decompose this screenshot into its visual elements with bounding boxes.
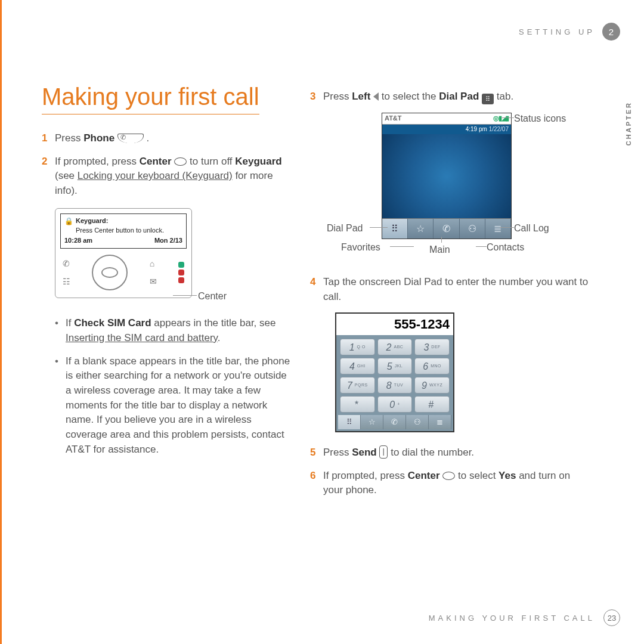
dialpad-icon: ⠿ (482, 94, 494, 104)
step-5: 5 Press Send to dial the number. (310, 445, 590, 460)
dial-key: 3DEF (414, 339, 450, 355)
red-button-icon (178, 277, 184, 283)
tab-main: ✆ (383, 415, 406, 429)
wallpaper (382, 134, 511, 218)
header-section-label: SETTING UP (519, 27, 595, 36)
bullet-item: • If Check SIM Card appears in the title… (55, 316, 292, 345)
callout-contacts: Contacts (487, 240, 524, 254)
step-number: 3 (310, 89, 323, 104)
tab-favorites: ☆ (408, 219, 434, 239)
dial-key: 1Q O (340, 339, 375, 355)
step-number: 4 (310, 275, 323, 304)
step-number: 2 (42, 154, 55, 199)
step-text: If prompted, press Center to turn off Ke… (55, 154, 292, 199)
grid-icon: ☷ (63, 275, 70, 287)
chapter-number-badge: 2 (602, 23, 620, 41)
status-bar: AT&T ◎▮◢▮ (382, 113, 511, 125)
callout-calllog: Call Log (514, 221, 549, 235)
left-arrow-icon (373, 92, 379, 101)
lock-icon: 🔒 (64, 216, 73, 227)
phone-screen: AT&T ◎▮◢▮ 4:19 pm 1/22/07 ⠿ ☆ ✆ ⚇ ≣ (382, 113, 512, 239)
dial-key: 8TUV (377, 377, 413, 394)
tab-main: ✆ (434, 219, 459, 239)
notes-list: • If Check SIM Card appears in the title… (55, 316, 292, 457)
step-text: If prompted, press Center to select Yes … (323, 469, 590, 498)
step-3: 3 Press Left to select the Dial Pad ⠿ ta… (310, 89, 590, 104)
red-button-icon (178, 270, 184, 275)
tab-contacts: ⚇ (460, 219, 485, 239)
chapter-word-vertical: CHAPTER (625, 101, 632, 145)
step-text: Press Phone . (55, 131, 292, 146)
five-way-nav: ✆☷ ⌂✉ (60, 255, 187, 293)
callout-main: Main (429, 243, 450, 256)
link-keyguard: Locking your keyboard (Keyguard) (78, 170, 233, 181)
dial-key: * (340, 396, 375, 413)
tab-dialpad: ⠿ (338, 415, 361, 429)
tab-favorites: ☆ (361, 415, 383, 429)
dial-keys: 1Q O2ABC3DEF4GHI5JKL6MNO7PQRS8TUV9WXYZ*0… (336, 335, 453, 415)
step-4: 4 Tap the onscreen Dial Pad to enter the… (310, 275, 590, 304)
page-title: Making your first call (42, 83, 259, 114)
dial-key: 6MNO (414, 358, 450, 374)
tab-dialpad: ⠿ (382, 219, 408, 239)
center-button (101, 267, 118, 278)
callout-status: Status icons (514, 112, 566, 125)
figure-dialpad: 555-1234 1Q O2ABC3DEF4GHI5JKL6MNO7PQRS8T… (335, 312, 454, 432)
bullet-icon: • (55, 354, 66, 457)
screen-date: Mon 2/13 (154, 236, 182, 246)
dial-key: # (414, 396, 450, 413)
figure-keyguard-phone: 🔒 Keyguard: Press Center button to unloc… (55, 208, 228, 299)
call-icon: ✆ (63, 258, 70, 270)
left-column: 1 Press Phone . 2 If prompted, press Cen… (42, 131, 292, 465)
dial-key: 7PQRS (340, 377, 375, 394)
phone-outline: 🔒 Keyguard: Press Center button to unloc… (55, 208, 192, 299)
center-button-icon (174, 157, 187, 166)
tab-contacts: ⚇ (406, 415, 429, 429)
tab-bar: ⠿ ☆ ✆ ⚇ ≣ (338, 415, 451, 429)
callout-dialpad: Dial Pad (327, 221, 363, 235)
dial-key: 5JKL (377, 358, 413, 374)
page-number: 23 (603, 609, 620, 626)
step-number: 5 (310, 445, 323, 460)
callout-center: Center (198, 289, 227, 303)
step-number: 1 (42, 131, 55, 146)
tab-bar: ⠿ ☆ ✆ ⚇ ≣ (382, 218, 511, 239)
figure-home-screen: AT&T ◎▮◢▮ 4:19 pm 1/22/07 ⠿ ☆ ✆ ⚇ ≣ Stat… (323, 113, 590, 262)
side-buttons (178, 262, 184, 283)
link-sim: Inserting the SIM card and battery (66, 332, 218, 343)
green-button-icon (178, 262, 184, 268)
bullet-item: • If a blank space appears in the title … (55, 354, 292, 457)
step-text: Tap the onscreen Dial Pad to enter the n… (323, 275, 590, 304)
status-icons: ◎▮◢▮ (493, 114, 509, 123)
time-date-bar: 4:19 pm 1/22/07 (382, 125, 511, 135)
step-2: 2 If prompted, press Center to turn off … (42, 154, 292, 199)
dial-key: 9WXYZ (414, 377, 450, 394)
step-number: 6 (310, 469, 323, 498)
center-button-icon (442, 472, 455, 480)
right-column: 3 Press Left to select the Dial Pad ⠿ ta… (310, 89, 590, 506)
bullet-text: If a blank space appears in the title ba… (66, 354, 292, 457)
left-accent-bar (0, 0, 2, 644)
page-footer: MAKING YOUR FIRST CALL 23 (429, 609, 620, 626)
bullet-icon: • (55, 316, 66, 345)
header-section: SETTING UP 2 (519, 23, 620, 41)
phone-screen: 🔒 Keyguard: Press Center button to unloc… (60, 213, 187, 249)
send-key-icon (379, 445, 388, 459)
nav-ring (92, 255, 128, 290)
phone-key-icon (117, 134, 144, 143)
step-text: Press Send to dial the number. (323, 445, 590, 460)
mail-icon: ✉ (150, 275, 157, 287)
dial-key: 2ABC (377, 339, 413, 355)
tab-calllog: ≣ (485, 219, 511, 239)
dial-key: 0+ (377, 396, 413, 413)
step-text: Press Left to select the Dial Pad ⠿ tab. (323, 89, 590, 104)
callout-favorites: Favorites (341, 240, 380, 254)
step-1: 1 Press Phone . (42, 131, 292, 146)
footer-section: MAKING YOUR FIRST CALL (429, 614, 595, 623)
tab-calllog: ≣ (429, 415, 451, 429)
dial-display: 555-1234 (336, 314, 453, 335)
step-6: 6 If prompted, press Center to select Ye… (310, 469, 590, 498)
carrier-label: AT&T (385, 114, 402, 123)
home-icon: ⌂ (150, 258, 157, 270)
dial-key: 4GHI (340, 358, 375, 374)
